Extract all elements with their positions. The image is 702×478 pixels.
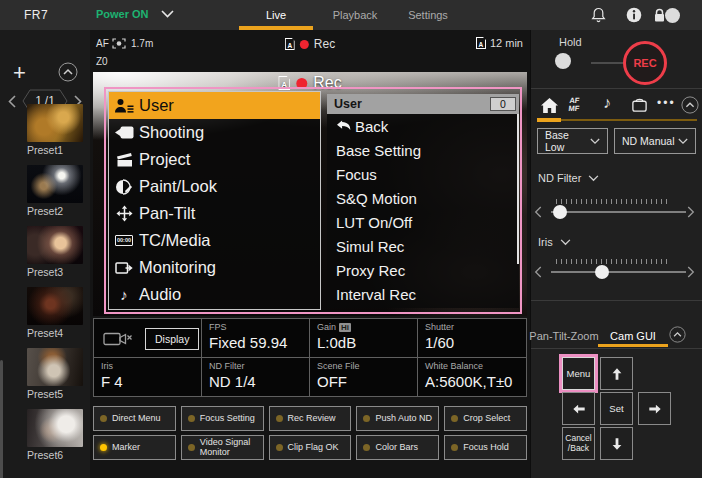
led-indicator [276,444,283,451]
assign-button-focus-hold[interactable]: Focus Hold [444,435,527,460]
preset1-image [27,104,83,142]
gain-hi-badge: Hi [339,323,351,332]
tab-audio-icon[interactable]: ♪ [603,94,611,112]
divider [531,88,702,89]
dpad-up-button[interactable] [600,357,633,390]
iris-slider-track[interactable] [551,271,686,273]
preset-thumbnail-3[interactable]: Preset3 [27,226,83,278]
add-preset-button[interactable]: + [13,62,26,84]
display-button[interactable]: Display [145,328,199,350]
gain-cell: GainHi L:0dB [310,319,418,358]
tab-more-icon[interactable]: ••• [657,96,676,110]
assign-button-rec-review[interactable]: Rec Review [269,406,352,431]
fr7-remote-app: FR7 Power ON Live Playback Settings + [0,0,702,478]
menu-item-audio[interactable]: ♪ Audio [109,281,320,308]
arrow-up-icon [610,367,624,381]
preset-thumbnail-2[interactable]: Preset2 [27,165,83,217]
tab-playback[interactable]: Playback [333,9,378,21]
submenu-item-base-setting[interactable]: Base Setting [327,138,519,162]
assign-button-direct-menu[interactable]: Direct Menu [93,406,176,431]
power-status: Power ON [96,8,149,20]
iris-cell: Iris F 4 [94,358,202,397]
notifications-bell-icon[interactable] [591,7,606,23]
base-sensitivity-dropdown[interactable]: Base Low [537,128,608,154]
dpad-menu-button[interactable]: Menu [562,357,595,390]
menu-item-pan-tilt[interactable]: Pan-Tilt [109,200,320,227]
iris-slider-increase[interactable] [687,266,695,278]
dpad-down-button[interactable] [600,427,633,460]
submenu-item-sq-motion[interactable]: S&Q Motion [327,186,519,210]
pad-collapse-button[interactable] [669,326,686,343]
menu-item-project[interactable]: Project [109,146,320,173]
nd-slider-knob[interactable] [553,205,567,219]
media-remaining: A 12 min [476,37,523,49]
menu-item-label: Audio [139,285,181,304]
preset-label: Preset4 [27,327,83,339]
panel-collapse-button[interactable] [681,96,699,114]
submenu-item-interval-rec[interactable]: Interval Rec [327,282,519,306]
rec-button[interactable]: REC [623,41,667,85]
camera-info-bar: Display FPS Fixed 59.94 GainHi L:0dB Shu… [93,318,527,397]
menu-item-monitoring[interactable]: Monitoring [109,254,320,281]
iris-slider-knob[interactable] [595,265,609,279]
menu-item-paint-look[interactable]: Paint/Look [109,173,320,200]
assign-button-color-bars[interactable]: Color Bars [356,435,439,460]
submenu-item-proxy-rec[interactable]: Proxy Rec [327,258,519,282]
iris-value: F 4 [101,373,201,390]
page-prev-button[interactable] [8,95,16,108]
submenu-scrollbar[interactable] [517,114,519,264]
assign-button-video-signal-monitor[interactable]: Video Signal Monitor [181,435,264,460]
clapperboard-icon [109,152,139,167]
info-icon[interactable] [626,7,642,23]
submenu-item-simul-rec[interactable]: Simul Rec [327,234,519,258]
paint-look-icon [109,179,139,195]
nd-mode-dropdown[interactable]: ND Manual [614,128,696,154]
led-indicator [451,415,458,422]
assign-button-clip-flag-ok[interactable]: Clip Flag OK [269,435,352,460]
dpad-cancel-back-button[interactable]: Cancel /Back [562,427,595,460]
submenu-item-label: Interval Rec [336,286,416,303]
nd-slider-track[interactable] [551,211,686,213]
menu-item-shooting[interactable]: Shooting [109,119,320,146]
submenu-item-focus[interactable]: Focus [327,162,519,186]
preset-thumbnail-4[interactable]: Preset4 [27,287,83,339]
tab-pan-tilt-zoom[interactable]: Pan-Tilt-Zoom [529,330,598,342]
tab-home-icon[interactable] [541,98,558,113]
iris-slider-decrease[interactable] [534,266,542,278]
assign-button-push-auto-nd[interactable]: Push Auto ND [356,406,439,431]
menu-item-label: Shooting [139,123,204,142]
preset-thumbnail-1[interactable]: Preset1 [27,104,83,156]
tab-live[interactable]: Live [266,9,286,21]
tab-camera-icon[interactable] [631,97,648,113]
tab-cam-gui[interactable]: Cam GUI [610,330,656,342]
assign-button-focus-setting[interactable]: Focus Setting [181,406,264,431]
dpad-set-button[interactable]: Set [600,392,633,425]
nd-slider-increase[interactable] [687,206,695,218]
assign-button-marker[interactable]: Marker [93,435,176,460]
submenu-item-label: S&Q Motion [336,190,417,207]
preset-label: Preset5 [27,388,83,400]
nd-filter-section-toggle[interactable]: ND Filter [538,172,599,184]
tab-settings[interactable]: Settings [408,9,448,21]
sidebar-scrollbar[interactable] [0,360,3,478]
preset-thumbnail-6[interactable]: Preset6 [27,409,83,461]
dpad-right-button[interactable] [638,392,671,425]
submenu-item-back[interactable]: Back [327,114,519,138]
iris-section-toggle[interactable]: Iris [538,236,571,248]
power-menu[interactable]: Power ON [96,8,174,20]
menu-item-tc-media[interactable]: 00:00 TC/Media [109,227,320,254]
preset-thumbnail-5[interactable]: Preset5 [27,348,83,400]
nd-slider-decrease[interactable] [534,206,542,218]
icon-tab-track-line [561,119,697,121]
sidebar-collapse-button[interactable] [58,62,78,82]
main-menu-panel: User Shooting Project Paint/Look [108,91,321,310]
assign-button-crop-select[interactable]: Crop Select [444,406,527,431]
dpad-left-button[interactable] [562,392,595,425]
led-indicator [363,444,370,451]
menu-item-user[interactable]: User [109,92,320,119]
tab-afmf-icon[interactable]: AF MF [568,97,580,112]
led-indicator [363,415,370,422]
submenu-item-lut-onoff[interactable]: LUT On/Off [327,210,519,234]
submenu-panel: User 0 Back Base Setting Focus S&Q Motio… [327,94,519,308]
preset-label: Preset1 [27,144,83,156]
